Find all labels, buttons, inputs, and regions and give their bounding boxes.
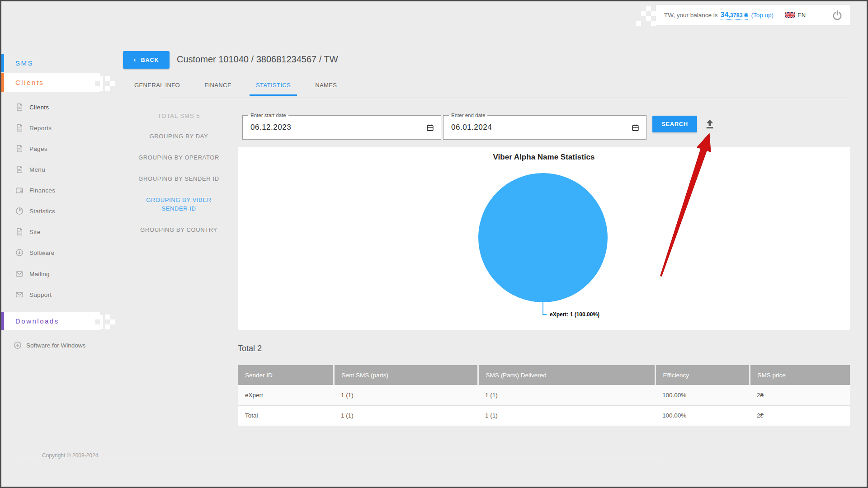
sidebar-item-software-for-windows[interactable]: Software for Windows	[13, 339, 92, 352]
total-sms-label: TOTAL SMS 5	[128, 104, 230, 126]
top-up-link[interactable]: (Top up)	[751, 12, 774, 19]
pie-leader-line	[542, 302, 543, 315]
sidebar-item-finances[interactable]: Finances	[15, 183, 55, 197]
table-total-heading: Total 2	[238, 344, 262, 353]
tab-general-info[interactable]: GENERAL INFO	[128, 82, 186, 96]
subnav-grouping-by-day[interactable]: GROUPING BY DAY	[128, 126, 230, 147]
envelope-icon	[15, 269, 24, 278]
tab-names[interactable]: NAMES	[309, 82, 343, 96]
document-icon	[15, 123, 24, 132]
uk-flag-icon	[785, 12, 795, 18]
subnav-grouping-by-country[interactable]: GROUPING BY COUNTRY	[128, 219, 230, 240]
sidebar-item-software[interactable]: Software	[15, 246, 55, 259]
power-icon	[831, 9, 843, 21]
envelope-icon	[15, 290, 24, 299]
export-button[interactable]	[703, 117, 716, 130]
sidebar-section-sms[interactable]: SMS	[1, 54, 103, 72]
tabs-divider	[158, 98, 850, 98]
statistics-table: Sender ID Sent SMS (parts) SMS (Parts) D…	[238, 365, 850, 426]
section-indicator	[1, 54, 4, 72]
document-icon	[15, 227, 24, 236]
table-row: eXpert 1 (1) 1 (1) 100.00% 2₴	[238, 385, 850, 405]
table-header-row: Sender ID Sent SMS (parts) SMS (Parts) D…	[238, 365, 850, 385]
back-button[interactable]: ‹ BACK	[123, 51, 170, 69]
subnav-grouping-by-viber-sender-id[interactable]: GROUPING BY VIBER SENDER ID	[128, 189, 230, 219]
tab-statistics[interactable]: STATISTICS	[250, 82, 297, 96]
pixel-decoration	[90, 71, 116, 94]
sidebar-item-site[interactable]: Site	[15, 225, 40, 239]
wallet-icon	[15, 186, 24, 195]
sidebar-section-label: Downloads	[15, 317, 59, 325]
search-button[interactable]: SEARCH	[652, 116, 697, 132]
logout-button[interactable]	[830, 9, 844, 22]
sidebar-section-label: Clients	[15, 79, 44, 86]
footer-divider	[104, 457, 661, 457]
column-header-sent-sms: Sent SMS (parts)	[334, 365, 478, 385]
start-date-field[interactable]: Enter start date 06.12.2023	[242, 115, 441, 140]
pixel-decoration	[635, 6, 657, 26]
chart-panel: Viber Alpha Name Statistics eXpert: 1 (1…	[238, 147, 850, 330]
balance-amount[interactable]: 34,3783 ₴	[721, 11, 748, 20]
app-window: TW, your balance is 34,3783 ₴ (Top up) E…	[0, 0, 868, 488]
pie-chart-icon	[15, 206, 24, 216]
table-row-total: Total 1 (1) 1 (1) 100.00% 2₴	[238, 405, 850, 426]
sidebar: SMS Clients Clients Reports Pages Menu	[1, 1, 110, 487]
chevron-left-icon: ‹	[133, 56, 136, 63]
language-label: EN	[797, 12, 806, 19]
copyright-text: Copyright © 2008-2024	[42, 452, 98, 459]
section-indicator	[1, 73, 4, 92]
section-indicator	[1, 312, 4, 330]
document-icon	[15, 144, 24, 153]
sidebar-item-support[interactable]: Support	[15, 288, 52, 301]
sidebar-section-label: SMS	[15, 59, 33, 67]
pie-slice-expert	[478, 173, 608, 302]
calendar-icon[interactable]	[631, 123, 640, 132]
tab-finance[interactable]: FINANCE	[198, 82, 238, 96]
sidebar-item-clients[interactable]: Clients	[15, 100, 49, 114]
sidebar-item-menu[interactable]: Menu	[15, 163, 45, 176]
start-date-label: Enter start date	[248, 112, 288, 119]
document-icon	[15, 165, 24, 174]
sidebar-item-pages[interactable]: Pages	[15, 142, 47, 155]
start-date-value[interactable]: 06.12.2023	[250, 123, 291, 132]
topbar-panel: TW, your balance is 34,3783 ₴ (Top up) E…	[656, 5, 850, 25]
language-switcher[interactable]: EN	[785, 12, 806, 19]
pie-leader-line	[542, 314, 547, 315]
upload-icon	[703, 117, 716, 130]
pixel-decoration	[90, 310, 116, 333]
subnav-grouping-by-sender-id[interactable]: GROUPING BY SENDER ID	[128, 168, 230, 189]
end-date-label: Enter end date	[449, 112, 487, 119]
column-header-delivered: SMS (Parts) Delivered	[478, 365, 655, 385]
statistics-subnav: TOTAL SMS 5 GROUPING BY DAY GROUPING BY …	[128, 104, 230, 240]
balance-label: TW, your balance is	[664, 12, 718, 19]
sidebar-item-mailing[interactable]: Mailing	[15, 267, 50, 281]
subnav-grouping-by-operator[interactable]: GROUPING BY OPERATOR	[128, 147, 230, 168]
column-header-efficiency: Efficiency	[655, 365, 750, 385]
sidebar-item-statistics[interactable]: Statistics	[15, 204, 55, 218]
sidebar-section-downloads[interactable]: Downloads	[1, 312, 103, 330]
chart-title: Viber Alpha Name Statistics	[238, 153, 850, 162]
column-header-sms-price: SMS price	[750, 365, 850, 385]
sidebar-section-clients[interactable]: Clients	[1, 73, 103, 92]
page-title: Customer 101040 / 380681234567 / TW	[177, 54, 338, 65]
calendar-icon[interactable]	[426, 123, 434, 132]
footer-divider	[19, 457, 39, 457]
end-date-field[interactable]: Enter end date 06.01.2024	[443, 115, 646, 140]
document-icon	[15, 103, 24, 112]
tab-bar: GENERAL INFO FINANCE STATISTICS NAMES	[128, 82, 343, 96]
end-date-value[interactable]: 06.01.2024	[451, 123, 492, 132]
column-header-sender-id: Sender ID	[238, 365, 334, 385]
download-icon	[13, 341, 22, 350]
pie-slice-label: eXpert: 1 (100.00%)	[550, 311, 599, 318]
sidebar-item-reports[interactable]: Reports	[15, 121, 52, 135]
download-icon	[15, 248, 24, 257]
